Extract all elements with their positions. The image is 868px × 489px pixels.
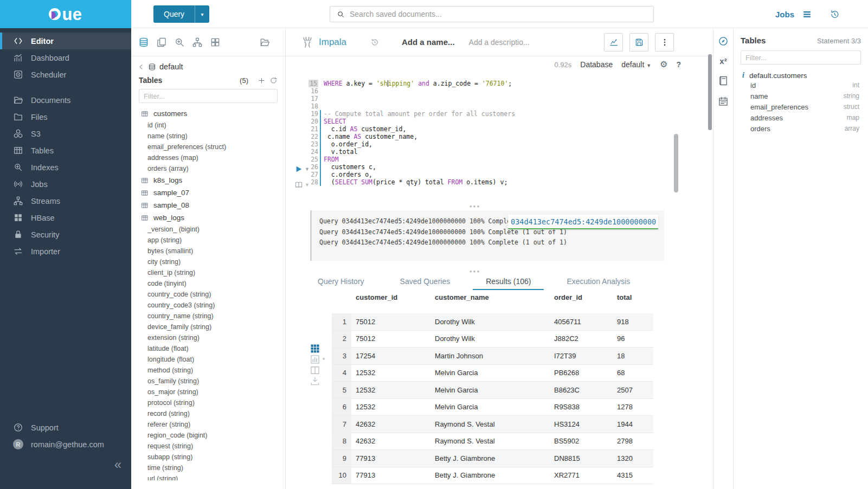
assist-column[interactable]: url (string) <box>131 473 285 480</box>
jobs-link[interactable]: Jobs <box>775 10 794 19</box>
active-table[interactable]: i default.customers <box>742 71 868 80</box>
query-dropdown-caret[interactable]: ▾ <box>195 5 209 23</box>
right-filter[interactable] <box>741 50 861 65</box>
editor-scrollbar[interactable] <box>674 134 678 192</box>
sidebar-item-s3[interactable]: S3 <box>0 125 131 142</box>
assist-compass-icon[interactable] <box>718 36 729 47</box>
table-row[interactable]: 275012Dorothy WilkJ882C296 <box>332 331 653 348</box>
sitemap-icon[interactable] <box>192 37 203 48</box>
assist-column[interactable]: addresses (map) <box>131 152 285 163</box>
assist-column[interactable]: country_name (string) <box>131 311 285 321</box>
assist-table-sample_08[interactable]: sample_08 <box>131 199 285 211</box>
tab-results-106-[interactable]: Results (106) <box>473 274 544 290</box>
documents-copy-icon[interactable] <box>156 37 167 48</box>
table-row[interactable]: 175012Dorothy Wilk4056711918 <box>332 313 653 331</box>
sidebar-item-dashboard[interactable]: Dashboard <box>0 49 131 66</box>
assist-table-customers[interactable]: customers <box>131 107 285 120</box>
sidebar-item-editor[interactable]: Editor <box>0 33 131 49</box>
sidebar-item-support[interactable]: Support <box>0 419 131 436</box>
folder-open-icon[interactable] <box>259 37 270 48</box>
assist-table-web_logs[interactable]: web_logs <box>131 211 285 224</box>
table-row[interactable]: 1077913Betty J. GiambroneXR27714315 <box>332 467 653 485</box>
assist-column[interactable]: client_ip (string) <box>131 267 285 278</box>
schedule-icon[interactable] <box>718 96 729 107</box>
sidebar-item-security[interactable]: Security <box>0 226 131 243</box>
chart-button[interactable] <box>604 33 623 52</box>
assist-column[interactable]: method (string) <box>131 365 285 376</box>
chart-options-caret[interactable]: ▼ <box>322 357 326 362</box>
query-description-field[interactable]: Add a descriptio... <box>469 38 530 47</box>
assist-column[interactable]: name (string) <box>131 131 285 141</box>
jobs-list-icon[interactable] <box>802 9 812 20</box>
assist-column[interactable]: request (string) <box>131 441 285 452</box>
assist-column[interactable]: extension (string) <box>131 332 285 343</box>
assist-column[interactable]: record (string) <box>131 408 285 419</box>
columns-view-icon[interactable] <box>310 365 320 376</box>
assist-table-sample_07[interactable]: sample_07 <box>131 186 285 199</box>
breadcrumb[interactable]: default <box>138 62 285 71</box>
table-row[interactable]: 412532Melvin GarciaPB626868 <box>332 365 653 382</box>
query-button-label[interactable]: Query <box>153 5 195 23</box>
database-selector[interactable]: default ▼ <box>621 60 651 69</box>
table-filter-input[interactable] <box>139 89 278 103</box>
sidebar-item-tables[interactable]: Tables <box>0 142 131 159</box>
table-filter[interactable] <box>139 89 278 103</box>
explain-options-caret[interactable]: ▼ <box>305 182 310 188</box>
query-id-tooltip[interactable]: 034d413ec7474ed5:4249de1000000000 <box>508 215 658 229</box>
breadcrumb-database[interactable]: default <box>159 62 183 71</box>
chevron-left-icon[interactable] <box>138 63 145 70</box>
assist-column[interactable]: country_code3 (string) <box>131 300 285 311</box>
assist-column[interactable]: app (string) <box>131 235 285 246</box>
results-header-customer_name[interactable]: customer_name <box>430 290 550 313</box>
help-icon[interactable]: ? <box>676 60 681 69</box>
assist-column[interactable]: os_major (string) <box>131 387 285 397</box>
assist-column[interactable]: device_family (string) <box>131 321 285 332</box>
add-table-icon[interactable] <box>258 76 266 85</box>
column-item-email_preferences[interactable]: email_preferencesstruct <box>734 101 868 112</box>
results-header-customer_id[interactable]: customer_id <box>351 290 430 313</box>
column-item-orders[interactable]: ordersarray <box>734 123 868 134</box>
chart-view-button[interactable]: ▼ <box>310 354 320 365</box>
assist-column[interactable]: latitude (float) <box>131 343 285 354</box>
page-scrollbar[interactable] <box>708 54 712 130</box>
log-resize-handle[interactable]: ●●● <box>286 204 664 209</box>
query-history-icon[interactable] <box>370 38 379 47</box>
table-row[interactable]: 317254Martin JohnsonI72T3918 <box>332 348 653 365</box>
results-resize-handle[interactable]: ●●● <box>286 269 664 274</box>
zoom-in-icon[interactable] <box>174 37 185 48</box>
sidebar-item-streams[interactable]: Streams <box>0 192 131 209</box>
sidebar-item-user[interactable]: R romain@gethue.com <box>0 436 131 453</box>
tab-saved-queries[interactable]: Saved Queries <box>387 274 464 290</box>
execute-options-caret[interactable]: ▼ <box>305 166 310 172</box>
hue-logo[interactable]: ue <box>0 0 131 28</box>
history-icon[interactable] <box>830 9 840 20</box>
search-input[interactable] <box>350 10 653 18</box>
new-query-button[interactable]: Query ▾ <box>153 5 209 23</box>
table-row[interactable]: 612532Melvin GarciaR9S8381278 <box>332 399 653 416</box>
functions-icon[interactable]: x² <box>719 56 726 66</box>
assist-column[interactable]: time (string) <box>131 462 285 473</box>
table-row[interactable]: 742632Raymond S. VestalHS31241944 <box>332 416 653 433</box>
column-item-addresses[interactable]: addressesmap <box>734 112 868 123</box>
assist-column[interactable]: _version_ (bigint) <box>131 224 285 235</box>
sidebar-item-indexes[interactable]: Indexes <box>0 159 131 176</box>
document-search[interactable] <box>330 6 654 22</box>
sidebar-item-documents[interactable]: Documents <box>0 92 131 108</box>
assist-column[interactable]: code (tinyint) <box>131 278 285 289</box>
column-item-name[interactable]: namestring <box>734 91 868 101</box>
explain-button[interactable]: ▼ <box>294 181 310 189</box>
column-item-id[interactable]: idint <box>734 80 868 91</box>
assist-column[interactable]: region_code (bigint) <box>131 430 285 441</box>
assist-column[interactable]: id (int) <box>131 120 285 131</box>
assist-column[interactable]: orders (array) <box>131 163 285 174</box>
execute-button[interactable]: ▼ <box>294 165 310 173</box>
table-row[interactable]: 977913Betty J. GiambroneDN88151320 <box>332 450 653 467</box>
assist-column[interactable]: longitude (float) <box>131 354 285 365</box>
info-icon[interactable]: i <box>742 71 744 80</box>
assist-column[interactable]: os_family (string) <box>131 376 285 387</box>
assist-column[interactable]: referer (string) <box>131 419 285 430</box>
tab-execution-analysis[interactable]: Execution Analysis <box>554 274 643 290</box>
collapse-sidebar-button[interactable]: « <box>114 458 121 471</box>
assist-column[interactable]: protocol (string) <box>131 397 285 408</box>
results-header-order_id[interactable]: order_id <box>550 290 613 313</box>
